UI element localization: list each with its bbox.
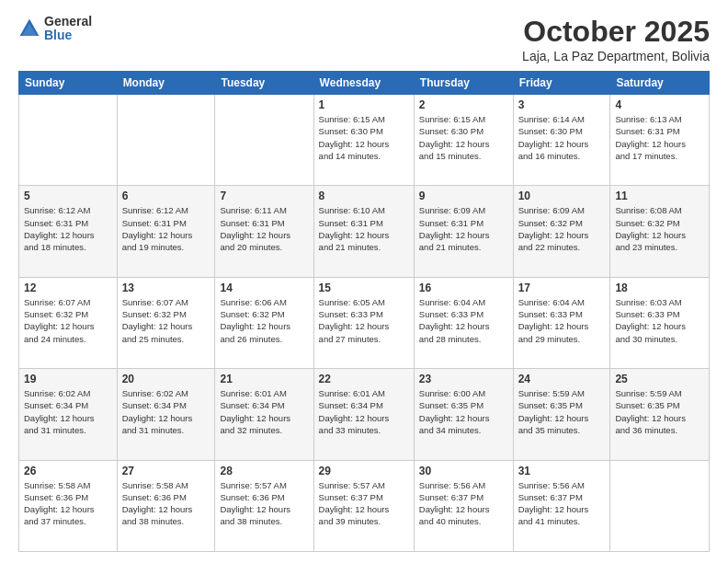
calendar-cell: 21Sunrise: 6:01 AMSunset: 6:34 PMDayligh… [215, 369, 313, 460]
day-number: 26 [24, 465, 112, 477]
calendar-header-row: Sunday Monday Tuesday Wednesday Thursday… [19, 72, 710, 95]
day-info: Sunrise: 5:59 AMSunset: 6:35 PMDaylight:… [615, 387, 704, 436]
calendar-cell: 9Sunrise: 6:09 AMSunset: 6:31 PMDaylight… [414, 186, 513, 277]
calendar-cell: 5Sunrise: 6:12 AMSunset: 6:31 PMDaylight… [19, 186, 118, 277]
day-info: Sunrise: 6:15 AMSunset: 6:30 PMDaylight:… [319, 113, 409, 162]
day-info: Sunrise: 6:14 AMSunset: 6:30 PMDaylight:… [518, 113, 606, 162]
day-number: 31 [518, 465, 606, 477]
day-number: 19 [24, 373, 112, 385]
logo-text: General Blue [44, 15, 92, 43]
calendar-cell: 3Sunrise: 6:14 AMSunset: 6:30 PMDaylight… [513, 95, 610, 186]
day-info: Sunrise: 6:12 AMSunset: 6:31 PMDaylight:… [24, 204, 112, 253]
calendar-cell: 11Sunrise: 6:08 AMSunset: 6:32 PMDayligh… [610, 186, 710, 277]
col-sunday: Sunday [19, 72, 118, 95]
calendar-cell: 22Sunrise: 6:01 AMSunset: 6:34 PMDayligh… [313, 369, 414, 460]
col-friday: Friday [513, 72, 610, 95]
calendar-cell: 29Sunrise: 5:57 AMSunset: 6:37 PMDayligh… [313, 460, 414, 551]
day-number: 13 [122, 282, 210, 294]
day-number: 4 [615, 98, 704, 111]
calendar-cell [610, 460, 710, 551]
logo-general-text: General [44, 15, 92, 29]
location: Laja, La Paz Department, Bolivia [522, 49, 710, 63]
calendar-cell: 14Sunrise: 6:06 AMSunset: 6:32 PMDayligh… [215, 277, 313, 368]
day-info: Sunrise: 6:01 AMSunset: 6:34 PMDaylight:… [319, 387, 409, 436]
day-info: Sunrise: 6:07 AMSunset: 6:32 PMDaylight:… [24, 296, 112, 345]
logo-icon [18, 17, 40, 40]
day-info: Sunrise: 5:56 AMSunset: 6:37 PMDaylight:… [419, 479, 508, 528]
calendar-week-5: 26Sunrise: 5:58 AMSunset: 6:36 PMDayligh… [19, 460, 710, 551]
calendar-cell: 27Sunrise: 5:58 AMSunset: 6:36 PMDayligh… [117, 460, 215, 551]
calendar-cell: 20Sunrise: 6:02 AMSunset: 6:34 PMDayligh… [117, 369, 215, 460]
calendar-cell: 7Sunrise: 6:11 AMSunset: 6:31 PMDaylight… [215, 186, 313, 277]
col-saturday: Saturday [610, 72, 710, 95]
day-info: Sunrise: 6:08 AMSunset: 6:32 PMDaylight:… [615, 204, 704, 253]
calendar-cell: 15Sunrise: 6:05 AMSunset: 6:33 PMDayligh… [313, 277, 414, 368]
calendar-cell: 10Sunrise: 6:09 AMSunset: 6:32 PMDayligh… [513, 186, 610, 277]
calendar-cell: 23Sunrise: 6:00 AMSunset: 6:35 PMDayligh… [414, 369, 513, 460]
header: General Blue October 2025 Laja, La Paz D… [18, 15, 710, 63]
day-number: 9 [419, 190, 508, 202]
calendar-cell: 28Sunrise: 5:57 AMSunset: 6:36 PMDayligh… [215, 460, 313, 551]
day-number: 7 [220, 190, 308, 202]
calendar-week-2: 5Sunrise: 6:12 AMSunset: 6:31 PMDaylight… [19, 186, 710, 277]
day-info: Sunrise: 5:58 AMSunset: 6:36 PMDaylight:… [24, 479, 112, 528]
calendar-cell: 24Sunrise: 5:59 AMSunset: 6:35 PMDayligh… [513, 369, 610, 460]
calendar-cell: 30Sunrise: 5:56 AMSunset: 6:37 PMDayligh… [414, 460, 513, 551]
calendar-cell: 19Sunrise: 6:02 AMSunset: 6:34 PMDayligh… [19, 369, 118, 460]
day-number: 5 [24, 190, 112, 202]
calendar-cell: 17Sunrise: 6:04 AMSunset: 6:33 PMDayligh… [513, 277, 610, 368]
day-info: Sunrise: 6:05 AMSunset: 6:33 PMDaylight:… [319, 296, 409, 345]
day-info: Sunrise: 6:06 AMSunset: 6:32 PMDaylight:… [220, 296, 308, 345]
calendar-cell: 4Sunrise: 6:13 AMSunset: 6:31 PMDaylight… [610, 95, 710, 186]
day-info: Sunrise: 6:03 AMSunset: 6:33 PMDaylight:… [615, 296, 704, 345]
day-info: Sunrise: 6:02 AMSunset: 6:34 PMDaylight:… [122, 387, 210, 436]
day-number: 21 [220, 373, 308, 385]
col-wednesday: Wednesday [313, 72, 414, 95]
day-info: Sunrise: 6:09 AMSunset: 6:32 PMDaylight:… [518, 204, 606, 253]
calendar-cell: 31Sunrise: 5:56 AMSunset: 6:37 PMDayligh… [513, 460, 610, 551]
day-number: 2 [419, 98, 508, 111]
calendar-cell [117, 95, 215, 186]
day-number: 25 [615, 373, 704, 385]
month-title: October 2025 [522, 15, 710, 49]
day-info: Sunrise: 6:13 AMSunset: 6:31 PMDaylight:… [615, 113, 704, 162]
day-number: 29 [319, 465, 409, 477]
day-number: 12 [24, 282, 112, 294]
day-number: 18 [615, 282, 704, 294]
day-info: Sunrise: 5:58 AMSunset: 6:36 PMDaylight:… [122, 479, 210, 528]
day-info: Sunrise: 5:57 AMSunset: 6:36 PMDaylight:… [220, 479, 308, 528]
col-monday: Monday [117, 72, 215, 95]
logo-blue-text: Blue [44, 29, 92, 42]
day-number: 15 [319, 282, 409, 294]
day-info: Sunrise: 6:10 AMSunset: 6:31 PMDaylight:… [319, 204, 409, 253]
col-tuesday: Tuesday [215, 72, 313, 95]
calendar-cell: 8Sunrise: 6:10 AMSunset: 6:31 PMDaylight… [313, 186, 414, 277]
day-number: 27 [122, 465, 210, 477]
day-number: 14 [220, 282, 308, 294]
day-info: Sunrise: 6:07 AMSunset: 6:32 PMDaylight:… [122, 296, 210, 345]
calendar-cell: 16Sunrise: 6:04 AMSunset: 6:33 PMDayligh… [414, 277, 513, 368]
day-info: Sunrise: 5:56 AMSunset: 6:37 PMDaylight:… [518, 479, 606, 528]
calendar-cell: 6Sunrise: 6:12 AMSunset: 6:31 PMDaylight… [117, 186, 215, 277]
calendar-week-1: 1Sunrise: 6:15 AMSunset: 6:30 PMDaylight… [19, 95, 710, 186]
day-info: Sunrise: 6:09 AMSunset: 6:31 PMDaylight:… [419, 204, 508, 253]
page: General Blue October 2025 Laja, La Paz D… [0, 0, 728, 563]
calendar-cell: 2Sunrise: 6:15 AMSunset: 6:30 PMDaylight… [414, 95, 513, 186]
calendar-table: Sunday Monday Tuesday Wednesday Thursday… [18, 71, 710, 552]
logo: General Blue [18, 15, 92, 43]
day-info: Sunrise: 6:01 AMSunset: 6:34 PMDaylight:… [220, 387, 308, 436]
calendar-cell [215, 95, 313, 186]
day-number: 20 [122, 373, 210, 385]
calendar-cell [19, 95, 118, 186]
day-info: Sunrise: 6:12 AMSunset: 6:31 PMDaylight:… [122, 204, 210, 253]
day-info: Sunrise: 6:02 AMSunset: 6:34 PMDaylight:… [24, 387, 112, 436]
day-number: 22 [319, 373, 409, 385]
title-section: October 2025 Laja, La Paz Department, Bo… [522, 15, 710, 63]
day-number: 17 [518, 282, 606, 294]
day-number: 24 [518, 373, 606, 385]
calendar-week-3: 12Sunrise: 6:07 AMSunset: 6:32 PMDayligh… [19, 277, 710, 368]
calendar-week-4: 19Sunrise: 6:02 AMSunset: 6:34 PMDayligh… [19, 369, 710, 460]
calendar-cell: 13Sunrise: 6:07 AMSunset: 6:32 PMDayligh… [117, 277, 215, 368]
day-number: 10 [518, 190, 606, 202]
day-info: Sunrise: 6:00 AMSunset: 6:35 PMDaylight:… [419, 387, 508, 436]
